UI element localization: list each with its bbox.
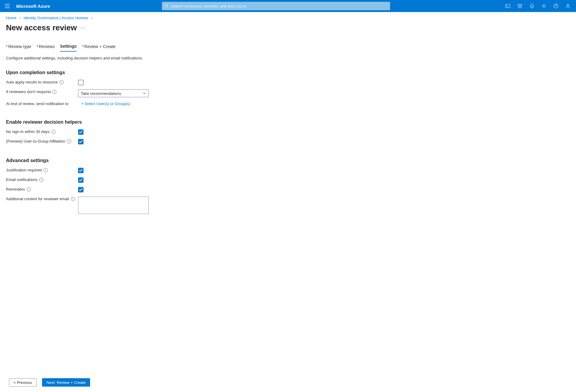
directories-icon[interactable] bbox=[514, 0, 526, 12]
search-input[interactable] bbox=[171, 4, 388, 8]
feedback-icon[interactable] bbox=[562, 0, 574, 12]
tab-review-type[interactable]: Review type bbox=[6, 44, 31, 52]
justification-label: Justification required bbox=[6, 168, 42, 172]
breadcrumb-governance[interactable]: Identity Governance | Access reviews bbox=[23, 16, 88, 20]
auto-apply-label: Auto apply results to resource bbox=[6, 80, 58, 84]
info-icon[interactable]: i bbox=[27, 187, 31, 191]
brand-label: Microsoft Azure bbox=[16, 4, 50, 9]
svg-point-0 bbox=[165, 4, 168, 7]
tab-settings[interactable]: Settings bbox=[60, 44, 77, 52]
top-bar: Microsoft Azure bbox=[0, 0, 576, 12]
field-additional-content: Additional content for reviewer email i bbox=[0, 194, 576, 216]
breadcrumb: Home › Identity Governance | Access revi… bbox=[0, 12, 576, 22]
info-icon[interactable]: i bbox=[39, 178, 44, 182]
email-notifications-checkbox[interactable] bbox=[78, 177, 83, 183]
tab-reviews[interactable]: Reviews bbox=[37, 44, 55, 52]
no-respond-value: Take recommendations bbox=[81, 91, 121, 96]
section-advanced-title: Advanced settings bbox=[0, 146, 576, 166]
info-icon[interactable]: i bbox=[67, 139, 71, 143]
search-icon bbox=[164, 4, 168, 9]
select-users-link[interactable]: + Select User(s) or Group(s) bbox=[81, 101, 130, 106]
field-affiliation: (Preview) User-to-Group Affiliation i bbox=[0, 137, 576, 146]
section-upon-completion-title: Upon completion settings bbox=[0, 65, 576, 78]
no-respond-select[interactable]: Take recommendations bbox=[78, 89, 149, 97]
tab-review-create[interactable]: Review + Create bbox=[82, 44, 115, 52]
settings-icon[interactable] bbox=[538, 0, 550, 12]
chevron-right-icon: › bbox=[91, 16, 92, 20]
affiliation-label: (Preview) User-to-Group Affiliation bbox=[6, 139, 65, 143]
svg-point-2 bbox=[543, 5, 544, 7]
additional-content-textarea[interactable] bbox=[78, 197, 149, 214]
affiliation-checkbox[interactable] bbox=[78, 139, 83, 144]
reminders-label: Reminders bbox=[6, 187, 25, 191]
breadcrumb-home[interactable]: Home bbox=[6, 16, 17, 20]
justification-checkbox[interactable] bbox=[78, 168, 83, 173]
page-title-row: New access review ⋯ bbox=[0, 22, 576, 35]
more-icon[interactable]: ⋯ bbox=[80, 25, 86, 31]
no-signin-label: No sign-in within 30 days bbox=[6, 129, 50, 134]
hamburger-icon[interactable] bbox=[2, 1, 12, 11]
info-icon[interactable]: i bbox=[52, 90, 56, 94]
additional-content-label: Additional content for reviewer email bbox=[6, 197, 69, 201]
global-search[interactable] bbox=[162, 2, 390, 10]
field-no-signin: No sign-in within 30 days i bbox=[0, 127, 576, 137]
field-email-notifications: Email notifications i bbox=[0, 175, 576, 185]
field-justification: Justification required i bbox=[0, 166, 576, 175]
info-icon[interactable]: i bbox=[71, 197, 75, 201]
topbar-actions bbox=[502, 0, 574, 12]
notify-label: At end of review, send notification to bbox=[6, 101, 68, 106]
search-container bbox=[59, 2, 493, 10]
reminders-checkbox[interactable] bbox=[78, 187, 83, 192]
auto-apply-checkbox[interactable] bbox=[78, 80, 83, 85]
field-auto-apply: Auto apply results to resource i bbox=[0, 78, 576, 87]
email-notifications-label: Email notifications bbox=[6, 177, 38, 182]
page-title: New access review bbox=[6, 23, 77, 32]
cloud-shell-icon[interactable] bbox=[502, 0, 514, 12]
page-description: Configure additional settings, including… bbox=[0, 52, 576, 65]
info-icon[interactable]: i bbox=[59, 80, 64, 84]
info-icon[interactable]: i bbox=[44, 168, 48, 172]
field-no-respond: If reviewers don't respond i Take recomm… bbox=[0, 87, 576, 99]
field-notify: At end of review, send notification to +… bbox=[0, 99, 576, 108]
section-decision-helpers-title: Enable reviewer decision helpers bbox=[0, 108, 576, 127]
svg-point-4 bbox=[567, 4, 569, 6]
no-signin-checkbox[interactable] bbox=[78, 129, 83, 135]
notifications-icon[interactable] bbox=[526, 0, 538, 12]
chevron-down-icon bbox=[143, 91, 146, 96]
chevron-right-icon: › bbox=[19, 16, 20, 20]
svg-rect-1 bbox=[505, 4, 510, 8]
help-icon[interactable] bbox=[550, 0, 562, 12]
wizard-tabs: Review type Reviews Settings Review + Cr… bbox=[0, 35, 576, 52]
info-icon[interactable]: i bbox=[51, 130, 56, 134]
field-reminders: Reminders i bbox=[0, 185, 576, 194]
no-respond-label: If reviewers don't respond bbox=[6, 89, 50, 94]
